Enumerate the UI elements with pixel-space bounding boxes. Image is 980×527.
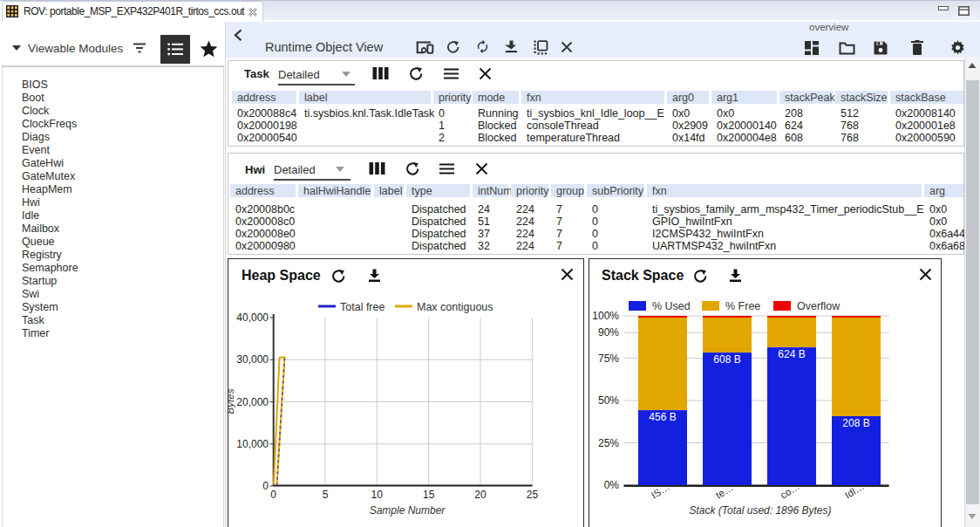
svg-text:0: 0 <box>270 489 276 501</box>
svg-text:40,000: 40,000 <box>236 311 269 324</box>
svg-text:624 B: 624 B <box>778 348 805 360</box>
svg-text:456 B: 456 B <box>649 411 676 423</box>
svg-text:20,000: 20,000 <box>236 396 269 408</box>
svg-text:25: 25 <box>527 489 539 501</box>
svg-text:90%: 90% <box>598 326 619 339</box>
svg-text:10,000: 10,000 <box>236 438 269 450</box>
svg-text:Total free: Total free <box>340 301 385 313</box>
svg-text:% Used: % Used <box>652 300 691 312</box>
svg-text:10: 10 <box>371 489 384 501</box>
svg-text:Max contiguous: Max contiguous <box>417 301 493 313</box>
svg-text:Overflow: Overflow <box>797 300 840 312</box>
svg-text:25%: 25% <box>598 437 619 449</box>
svg-text:30,000: 30,000 <box>236 353 269 366</box>
svg-text:15: 15 <box>423 489 435 501</box>
svg-text:208 B: 208 B <box>842 417 869 429</box>
svg-text:% Free: % Free <box>725 300 760 312</box>
svg-text:75%: 75% <box>598 352 619 365</box>
svg-text:50%: 50% <box>598 394 619 407</box>
svg-text:608 B: 608 B <box>713 353 740 366</box>
svg-text:100%: 100% <box>592 310 619 322</box>
svg-text:Stack (Total used: 1896 Bytes): Stack (Total used: 1896 Bytes) <box>690 504 832 517</box>
svg-text:Bytes: Bytes <box>228 388 235 414</box>
svg-text:0: 0 <box>262 480 269 492</box>
svg-text:20: 20 <box>474 489 487 501</box>
svg-text:5: 5 <box>323 489 329 501</box>
svg-text:Sample Number: Sample Number <box>370 504 446 517</box>
svg-text:0%: 0% <box>604 479 620 491</box>
